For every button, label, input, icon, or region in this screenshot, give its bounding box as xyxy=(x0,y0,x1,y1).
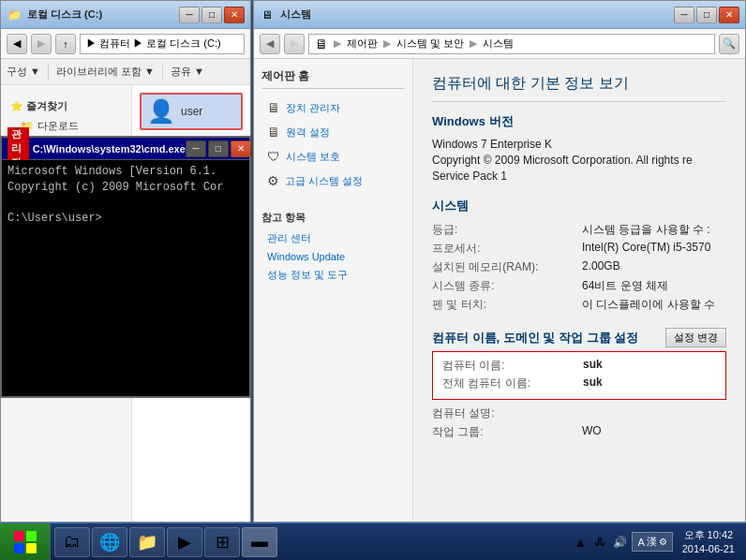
taskbar-ie-icon: 🌐 xyxy=(98,531,121,553)
systray-sound-icon[interactable]: 🔊 xyxy=(611,534,628,551)
system-maximize-button[interactable]: □ xyxy=(696,7,717,23)
explorer-forward-button[interactable]: ▶ xyxy=(31,34,52,54)
system-titlebar: 🖥 시스템 ─ □ ✕ xyxy=(254,1,745,29)
system-clock[interactable]: 오후 10:42 2014-06-21 xyxy=(677,528,740,555)
explorer-title: 로컬 디스크 (C:) xyxy=(27,7,179,22)
performance-link[interactable]: 성능 정보 및 도구 xyxy=(261,265,405,285)
processor-row: 프로세서: Intel(R) Core(TM) i5-3570 xyxy=(432,241,726,257)
explorer-up-button[interactable]: ↑ xyxy=(55,34,76,54)
cmd-body[interactable]: Microsoft Windows [Version 6.1. Copyrigh… xyxy=(2,160,249,396)
processor-value: Intel(R) Core(TM) i5-3570 xyxy=(582,241,710,257)
system-protection-link[interactable]: 🛡 시스템 보호 xyxy=(261,145,405,168)
cmd-minimize-button[interactable]: ─ xyxy=(186,140,206,157)
breadcrumb-security[interactable]: 시스템 및 보안 xyxy=(396,37,464,51)
breadcrumb-system[interactable]: 시스템 xyxy=(483,37,514,51)
system-close-button[interactable]: ✕ xyxy=(719,7,739,23)
rating-value: 시스템 등급을 사용할 수 : xyxy=(582,222,710,238)
cmd-line-1: Microsoft Windows [Version 6.1. xyxy=(7,164,244,180)
see-also-header: 참고 항목 xyxy=(261,211,405,225)
advanced-settings-link[interactable]: ⚙ 고급 시스템 설정 xyxy=(261,169,405,192)
system-main-content: 컴퓨터에 대한 기본 정보 보기 Windows 버전 Windows 7 En… xyxy=(413,59,745,522)
language-indicator[interactable]: A 漢 ⚙ xyxy=(632,532,672,552)
left-panel-title: 제어판 홈 xyxy=(261,68,405,89)
svg-rect-2 xyxy=(14,543,24,553)
include-library-button[interactable]: 라이브러리에 포함 ▼ xyxy=(56,65,155,79)
lang-settings-icon: ⚙ xyxy=(659,537,667,547)
advanced-settings-label: 고급 시스템 설정 xyxy=(285,174,363,188)
pen-touch-label: 펜 및 터치: xyxy=(432,297,582,313)
cmd-maximize-button[interactable]: □ xyxy=(208,140,229,157)
explorer-address-path[interactable]: ▶ 컴퓨터 ▶ 로컬 디스크 (C:) xyxy=(80,34,245,54)
clock-date: 2014-06-21 xyxy=(682,542,735,555)
taskbar-folder-icon: 📁 xyxy=(136,531,158,553)
taskbar-explorer-button[interactable]: 🗂 xyxy=(54,527,90,557)
taskbar-programs-icon: ⊞ xyxy=(211,531,233,553)
breadcrumb-controlpanel[interactable]: 제어판 xyxy=(347,37,378,51)
system-back-button[interactable]: ◀ xyxy=(260,34,280,54)
systray-arrow-icon[interactable]: ▲ xyxy=(572,534,589,551)
system-page-title: 컴퓨터에 대한 기본 정보 보기 xyxy=(432,74,726,102)
system-tray: ▲ 🖧 🔊 A 漢 ⚙ 오후 10:42 2014-06-21 xyxy=(566,528,746,555)
system-search-button[interactable]: 🔍 xyxy=(719,34,739,54)
device-manager-link[interactable]: 🖥 장치 관리자 xyxy=(261,96,405,119)
explorer-titlebar: 📁 로컬 디스크 (C:) ─ □ ✕ xyxy=(1,1,250,29)
system-body: 제어판 홈 🖥 장치 관리자 🖥 원격 설정 🛡 시스템 보호 ⚙ 고급 시스템… xyxy=(254,59,745,522)
windows-sp-row: Service Pack 1 xyxy=(432,169,726,183)
system-type-value: 64비트 운영 체제 xyxy=(582,278,668,294)
cmd-prompt-line: C:\Users\user> xyxy=(7,211,244,227)
taskbar-cmd-button[interactable]: ▬ xyxy=(242,527,277,557)
device-manager-label: 장치 관리자 xyxy=(286,101,340,115)
organize-button[interactable]: 구성 ▼ xyxy=(7,65,40,79)
system-minimize-button[interactable]: ─ xyxy=(674,7,694,23)
windows-edition-value: Windows 7 Enterprise K xyxy=(432,138,552,151)
computer-name-header: 컴퓨터 이름, 도메인 및 작업 그룹 설정 설정 변경 xyxy=(432,328,726,347)
explorer-close-button[interactable]: ✕ xyxy=(224,7,245,23)
start-button[interactable] xyxy=(0,523,51,561)
lang-icon: A xyxy=(637,537,644,548)
explorer-maximize-button[interactable]: □ xyxy=(201,7,222,23)
system-address-path[interactable]: 🖥 ▶ 제어판 ▶ 시스템 및 보안 ▶ 시스템 xyxy=(308,34,715,54)
system-info-header: 시스템 xyxy=(432,198,726,214)
action-center-link[interactable]: 관리 센터 xyxy=(261,228,405,248)
system-address-bar: ◀ ▶ 🖥 ▶ 제어판 ▶ 시스템 및 보안 ▶ 시스템 🔍 xyxy=(254,29,745,59)
remote-settings-link[interactable]: 🖥 원격 설정 xyxy=(261,121,405,143)
workgroup-value: WO xyxy=(582,424,602,440)
cmd-titlebar: 관리자: C:\Windows\system32\cmd.exe ─ □ ✕ xyxy=(2,138,249,160)
taskbar-folder-button[interactable]: 📁 xyxy=(129,527,165,557)
breadcrumb-icon: 🖥 xyxy=(315,37,328,52)
file-item-user[interactable]: 👤 user xyxy=(140,93,243,130)
svg-rect-0 xyxy=(14,531,24,541)
windows-logo-icon xyxy=(12,529,38,555)
taskbar-ie-button[interactable]: 🌐 xyxy=(92,527,127,557)
advanced-settings-icon: ⚙ xyxy=(267,173,279,188)
explorer-minimize-button[interactable]: ─ xyxy=(179,7,200,23)
cmd-line-2: Copyright (c) 2009 Microsoft Cor xyxy=(7,180,244,196)
systray-network-icon[interactable]: 🖧 xyxy=(591,534,608,551)
explorer-toolbar: 구성 ▼ 라이브러리에 포함 ▼ 공유 ▼ xyxy=(1,59,250,85)
share-button[interactable]: 공유 ▼ xyxy=(171,65,204,79)
cmd-line-3 xyxy=(7,196,244,212)
change-settings-button[interactable]: 설정 변경 xyxy=(665,328,726,347)
systray-icons: ▲ 🖧 🔊 xyxy=(572,534,628,551)
computer-name-box: 컴퓨터 이름: suk 전체 컴퓨터 이름: suk xyxy=(432,351,726,400)
system-forward-button[interactable]: ▶ xyxy=(284,34,305,54)
windows-edition-row: Windows 7 Enterprise K xyxy=(432,138,726,151)
explorer-back-button[interactable]: ◀ xyxy=(7,34,27,54)
windows-update-link[interactable]: Windows Update xyxy=(261,248,405,265)
clock-time: 오후 10:42 xyxy=(682,528,735,541)
taskbar-programs-button[interactable]: ⊞ xyxy=(204,527,240,557)
computer-desc-label: 컴퓨터 설명: xyxy=(432,405,582,421)
favorites-header[interactable]: ⭐ 즐겨찾기 xyxy=(1,96,131,116)
system-window: 🖥 시스템 ─ □ ✕ ◀ ▶ 🖥 ▶ 제어판 ▶ 시스템 및 보안 ▶ 시스템… xyxy=(253,0,746,523)
ram-row: 설치된 메모리(RAM): 2.00GB xyxy=(432,259,726,275)
explorer-window-icon: 📁 xyxy=(7,7,22,22)
svg-rect-1 xyxy=(26,531,37,541)
taskbar-media-button[interactable]: ▶ xyxy=(167,527,202,557)
user-folder-icon: 👤 xyxy=(147,98,175,125)
system-type-row: 시스템 종류: 64비트 운영 체제 xyxy=(432,278,726,294)
taskbar: 🗂 🌐 📁 ▶ ⊞ ▬ ▲ 🖧 🔊 A 漢 ⚙ 오후 10:42 xyxy=(0,523,746,560)
rating-label: 등급: xyxy=(432,222,582,238)
system-info-section: 시스템 등급: 시스템 등급을 사용할 수 : 프로세서: Intel(R) C… xyxy=(432,198,726,313)
cmd-close-button[interactable]: ✕ xyxy=(231,140,251,157)
computer-desc-row: 컴퓨터 설명: xyxy=(432,405,726,421)
